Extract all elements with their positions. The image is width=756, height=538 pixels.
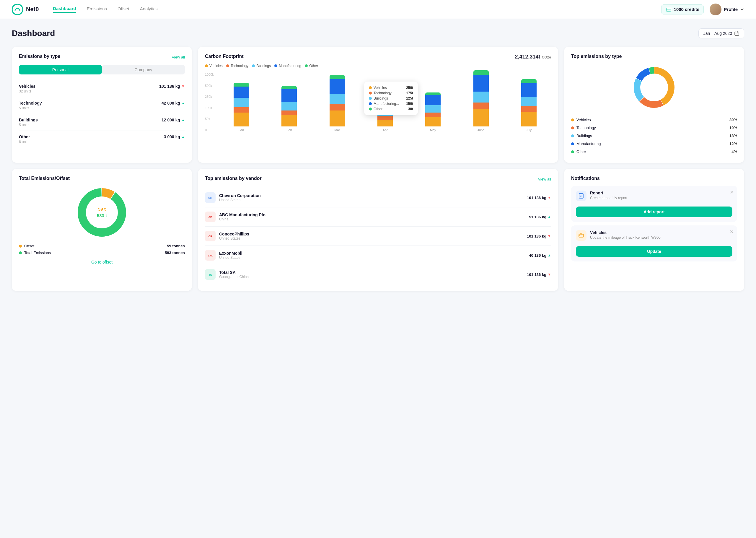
donut-container [571,64,737,111]
nav-emissions[interactable]: Emissions [87,6,107,12]
type-legend-name: Buildings [571,134,592,138]
vendor-logo: CH [205,192,216,203]
vendor-item[interactable]: CH Chevron Corporation United States 101… [205,188,551,207]
bar-segment [233,107,249,113]
go-offset-link[interactable]: Go to offset [91,260,113,264]
date-picker[interactable]: Jan – Aug 2020 [698,28,744,38]
toggle-personal[interactable]: Personal [19,65,102,75]
donut-chart [630,64,678,111]
bar-segment [425,105,441,113]
nav-analytics[interactable]: Analytics [140,6,158,12]
svg-point-7 [641,74,667,101]
svg-text:EXX: EXX [208,254,213,257]
vendor-trend: ▼ [547,234,551,238]
offset-legend-name: Offset [19,244,34,248]
top-type-title: Top emissions by type [571,54,622,59]
bar-label: Mar [334,128,340,132]
emissions-view-all[interactable]: View all [172,55,185,59]
navbar: Net0 Dashboard Emissions Offset Analytic… [0,0,756,19]
type-legend-name: Vehicles [571,118,591,122]
bar-stack[interactable] [233,83,249,127]
bar-group[interactable]: Mar [315,75,359,132]
emission-label: Buildings [19,118,38,122]
emission-sub: 5 units [19,106,42,110]
bar-stack[interactable] [425,92,441,127]
nav-dashboard[interactable]: Dashboard [53,6,76,13]
tooltip-label: Other [369,107,382,111]
type-legend-name: Manufacturing [571,141,601,146]
bar-stack[interactable] [521,79,536,127]
bar-group[interactable]: June [459,70,503,132]
vendor-value: 101 136 kg ▼ [527,195,551,200]
profile-area[interactable]: Profile [710,4,744,15]
vendor-name: Chevron Corporation [219,193,523,198]
emission-item: Buildings 5 units 12 000 kg ▲ [19,114,185,131]
tooltip-label: Buildings [369,96,388,100]
emission-value: 42 000 kg ▲ [162,101,185,105]
chart-tooltip: Vehicles 250t Technology 175t Buildings … [364,81,418,115]
bar-group[interactable]: Jan [219,83,263,132]
vendor-name: ABC Manufacturing Pte. [219,212,526,217]
svg-text:TS: TS [209,273,212,276]
type-legend-item: Manufacturing 12% [571,140,737,148]
bar-label: Feb [286,128,292,132]
nav-offset[interactable]: Offset [118,6,129,12]
notif-title: Report [590,190,627,195]
vendor-item[interactable]: EXX ExxonMobil United States 40 136 kg ▲ [205,246,551,265]
vendor-logo: TS [205,269,216,280]
emission-label: Technology [19,101,42,105]
bar-segment [378,116,393,119]
cf-total: 2,412,314t CO2e [515,54,551,60]
type-legend-item: Vehicles 39% [571,116,737,124]
notif-desc: Update the mileage of Truck Kenworth W90… [590,236,661,240]
tooltip-val: 175t [406,91,413,95]
notifications-title: Notifications [571,176,600,181]
row-1: Emissions by type View all Personal Comp… [12,47,744,163]
nav-links: Dashboard Emissions Offset Analytics [53,6,661,13]
notification-items: Report Create a monthly report ✕ Add rep… [571,186,737,261]
go-offset: Go to offset [19,260,185,264]
vendor-name: ConocoPhillips [219,232,523,236]
tooltip-label: Technology [369,91,392,95]
type-legend-pct: 19% [730,126,737,130]
bar-stack[interactable] [474,70,489,127]
vendor-list: CH Chevron Corporation United States 101… [205,188,551,284]
notif-close-button[interactable]: ✕ [730,189,733,195]
bar-stack[interactable] [329,75,345,127]
top-vendors-card: Top emissions by vendor View all CH Chev… [198,169,558,291]
notif-action-button[interactable]: Add report [576,206,732,217]
cf-legend-item: Buildings [252,64,271,68]
vendor-item[interactable]: CP ConocoPhillips United States 101 136 … [205,227,551,246]
type-legend-name: Other [571,149,586,154]
avatar [710,4,722,15]
bar-stack[interactable] [281,86,297,127]
vendor-item[interactable]: TS Total SA Guangzhou, China 101 136 kg … [205,265,551,284]
tooltip-val: 30t [408,107,413,111]
vendor-view-all[interactable]: View all [538,177,551,182]
offset-legend-val: 583 tonnes [165,250,185,255]
bar-group[interactable]: July [507,79,551,132]
notif-action-button[interactable]: Update [576,246,732,257]
tooltip-label: Vehicles [369,86,387,90]
svg-rect-3 [735,32,739,35]
emissions-by-type-card: Emissions by type View all Personal Comp… [12,47,192,163]
vendor-item[interactable]: AB ABC Manufacturing Pte. China 51 136 k… [205,207,551,227]
bar-segment [329,104,345,111]
calendar-icon [734,31,739,36]
type-legend-item: Other 4% [571,148,737,156]
tooltip-item: Technology 175t [369,90,413,96]
tooltip-item: Manufacturing... 150t [369,101,413,106]
bar-segment [425,117,441,127]
bar-segment [521,97,536,106]
bar-group[interactable]: Feb [267,86,311,132]
vendor-info: ExxonMobil United States [219,251,526,260]
bar-label: July [526,128,532,132]
offset-legend-name: Total Emissions [19,250,51,255]
notification-vehicles: Vehicles Update the mileage of Truck Ken… [571,225,737,261]
notif-close-button[interactable]: ✕ [730,229,733,235]
toggle-row: Personal Company [19,65,185,75]
svg-text:CP: CP [209,235,212,238]
cf-legend-item: Vehicles [205,64,223,68]
toggle-company[interactable]: Company [102,65,185,75]
svg-point-0 [12,4,23,15]
